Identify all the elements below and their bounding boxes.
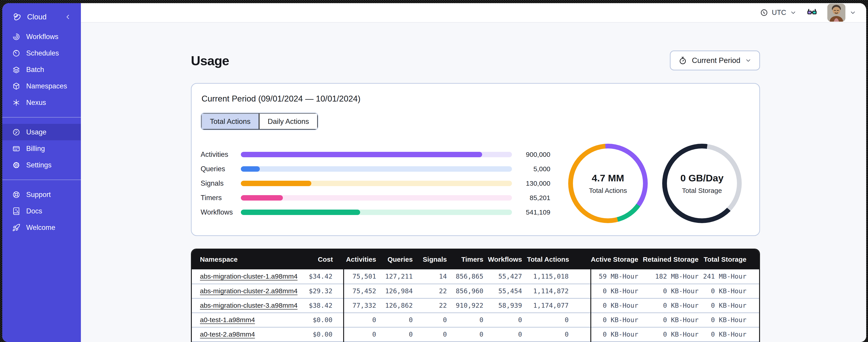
welcome-icon: [12, 224, 20, 232]
cell-signals: 22: [417, 298, 452, 313]
glasses-icon[interactable]: [807, 7, 817, 18]
cell-total-actions: 1,115,018: [527, 269, 591, 284]
cell-active-storage: 0 KB-Hour: [591, 327, 643, 342]
sidebar-item-nexus[interactable]: Nexus: [2, 94, 81, 111]
sidebar-item-welcome[interactable]: Welcome: [2, 219, 81, 236]
sidebar-item-label: Workflows: [26, 33, 58, 41]
bar-fill: [241, 166, 260, 172]
cell-active-storage: 59 MB-Hour: [591, 269, 643, 284]
bar-row-signals: Signals130,000: [200, 181, 550, 186]
bar-label: Workflows: [200, 208, 241, 216]
sidebar-collapse-button[interactable]: [65, 13, 71, 20]
cell-queries: 0: [381, 313, 417, 327]
cell-workflows: 0: [488, 327, 526, 342]
browser-window: Cloud WorkflowsSchedulesBatchNamespacesN…: [2, 3, 866, 342]
cell-total-storage: 0 KB-Hour: [703, 313, 759, 327]
bar-row-timers: Timers85,201: [200, 195, 550, 201]
sidebar-item-label: Namespaces: [26, 82, 67, 90]
clock-icon: [760, 8, 768, 17]
cell-workflows: 58,939: [488, 298, 526, 313]
bar-fill: [241, 181, 311, 186]
cell-retained-storage: 0 KB-Hour: [643, 284, 703, 298]
cell-signals: 14: [417, 269, 452, 284]
cell-total-actions: 0: [527, 313, 591, 327]
page-header: Usage Current Period: [191, 50, 760, 70]
topbar: UTC: [81, 3, 866, 23]
sidebar-item-label: Welcome: [26, 224, 55, 232]
card-title: Current Period (09/01/2024 — 10/01/2024): [202, 94, 750, 104]
temporal-logo-icon: [12, 12, 22, 22]
docs-icon: [12, 207, 20, 215]
bar-row-activities: Activities900,000: [200, 152, 550, 157]
bar-value: 541,109: [512, 208, 550, 216]
cell-signals: 22: [417, 284, 452, 298]
sidebar-item-schedules[interactable]: Schedules: [2, 45, 81, 61]
sidebar-divider: [2, 179, 81, 180]
cell-workflows: 55,427: [488, 269, 526, 284]
sidebar-item-settings[interactable]: Settings: [2, 157, 81, 173]
tab-label: Total Actions: [210, 117, 251, 126]
namespace-usage-table: NamespaceCostActivitiesQueriesSignalsTim…: [191, 249, 760, 342]
namespace-link[interactable]: abs-migration-cluster-3.a98mm4: [200, 302, 298, 309]
bar-track: [241, 210, 512, 215]
cell-retained-storage: 0 KB-Hour: [643, 327, 703, 342]
bar-value: 85,201: [512, 194, 550, 202]
cell-activities: 75,501: [344, 269, 380, 284]
tab-daily-actions[interactable]: Daily Actions: [259, 113, 318, 130]
cell-workflows: 0: [488, 313, 526, 327]
table-row: abs-migration-cluster-3.a98mm4$38.4277,3…: [192, 298, 759, 313]
sidebar-item-label: Support: [26, 191, 51, 199]
sidebar-item-usage[interactable]: Usage: [2, 124, 81, 140]
namespaces-icon: [12, 82, 20, 90]
tab-total-actions[interactable]: Total Actions: [201, 113, 259, 130]
period-selector-label: Current Period: [692, 56, 740, 65]
namespace-link[interactable]: abs-migration-cluster-1.a98mm4: [200, 273, 298, 280]
namespace-cell: abs-migration-cluster-2.a98mm4: [192, 284, 303, 298]
account-menu[interactable]: [827, 4, 856, 22]
column-header-timers: Timers: [452, 249, 488, 269]
donut-label: Total Actions: [589, 187, 627, 195]
cell-timers: 0: [452, 327, 488, 342]
namespace-link[interactable]: abs-migration-cluster-2.a98mm4: [200, 287, 298, 295]
sidebar-item-label: Batch: [26, 66, 44, 74]
column-header-total-storage: Total Storage: [703, 249, 759, 269]
namespace-link[interactable]: a0-test-1.a98mm4: [200, 316, 255, 323]
sidebar-item-workflows[interactable]: Workflows: [2, 28, 81, 45]
namespace-link[interactable]: a0-test-2.a98mm4: [200, 331, 255, 338]
bar-label: Timers: [200, 194, 241, 202]
content-area: Usage Current Period Current Period (09/…: [81, 23, 866, 342]
timezone-selector[interactable]: UTC: [760, 8, 797, 17]
cell-timers: 856,960: [452, 284, 488, 298]
sidebar-item-label: Settings: [26, 161, 52, 169]
sidebar-item-support[interactable]: Support: [2, 186, 81, 203]
column-header-total-actions: Total Actions: [527, 249, 591, 269]
cell-queries: 126,862: [381, 298, 417, 313]
brand-label: Cloud: [27, 13, 65, 21]
sidebar-item-docs[interactable]: Docs: [2, 203, 81, 219]
table-row: abs-migration-cluster-2.a98mm4$29.3275,4…: [192, 284, 759, 298]
cell-total-storage: 0 KB-Hour: [703, 284, 759, 298]
cell-timers: 856,865: [452, 269, 488, 284]
sidebar-item-batch[interactable]: Batch: [2, 61, 81, 78]
main-area: UTC Usage Current Period: [81, 3, 866, 342]
timezone-label: UTC: [772, 8, 786, 17]
period-selector-button[interactable]: Current Period: [670, 50, 760, 70]
cell-total-actions: 1,114,872: [527, 284, 591, 298]
cell-signals: 0: [417, 327, 452, 342]
cell-retained-storage: 182 MB-Hour: [643, 269, 703, 284]
cell-cost: $38.42: [303, 298, 344, 313]
sidebar-item-namespaces[interactable]: Namespaces: [2, 78, 81, 94]
sidebar-item-label: Billing: [26, 145, 45, 153]
cell-timers: 910,922: [452, 298, 488, 313]
bar-track: [241, 181, 512, 186]
cell-active-storage: 0 KB-Hour: [591, 298, 643, 313]
bar-label: Activities: [200, 150, 241, 159]
cell-total-storage: 0 KB-Hour: [703, 327, 759, 342]
sidebar-item-billing[interactable]: Billing: [2, 140, 81, 157]
sidebar-divider: [2, 117, 81, 117]
bar-value: 900,000: [512, 151, 550, 158]
cell-cost: $29.32: [303, 284, 344, 298]
bar-fill: [241, 195, 283, 201]
actions-tab-group: Total ActionsDaily Actions: [200, 112, 318, 130]
cell-active-storage: 0 KB-Hour: [591, 284, 643, 298]
